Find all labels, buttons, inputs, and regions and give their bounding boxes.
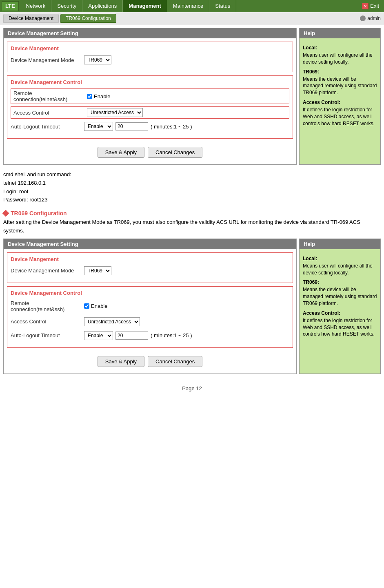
auto-logout-hint: ( minutes:1 ~ 25 ) xyxy=(151,124,192,130)
first-help-body: Local: Means user will configure all the… xyxy=(300,38,380,133)
device-management-mode-control: TR069 Local xyxy=(84,55,289,64)
auto-logout-input[interactable] xyxy=(115,122,148,130)
body-text-section: cmd shell and run command: telnet 192.16… xyxy=(3,168,381,207)
breadcrumb-admin: admin xyxy=(360,15,381,21)
nav-item-applications[interactable]: Applications xyxy=(82,0,123,12)
nav-item-network[interactable]: Network xyxy=(20,0,52,12)
body-line-1: cmd shell and run command: xyxy=(3,170,381,179)
help-tr069-text: Means the device will be managed remotel… xyxy=(303,76,377,96)
help-access-control-title: Access Control: xyxy=(303,99,377,105)
access-control-label: Access Control xyxy=(13,110,87,116)
first-help-panel: Help Local: Means user will configure al… xyxy=(299,28,381,165)
timeout-group: Enable Disable ( minutes:1 ~ 25 ) xyxy=(84,122,289,131)
page-number: Page 12 xyxy=(3,377,381,396)
second-access-control-control: Unrestricted Access LAN Only WAN Only xyxy=(84,317,289,326)
second-cancel-button[interactable]: Cancel Changes xyxy=(148,356,202,367)
nav-item-status[interactable]: Status xyxy=(209,0,236,12)
body-line-3: Login: root xyxy=(3,188,381,196)
second-remote-connection-control: Enable xyxy=(84,303,289,309)
first-help-header: Help xyxy=(300,28,380,38)
breadcrumb-tab-tr069[interactable]: TR069 Configuration xyxy=(60,14,116,23)
second-access-control-row: Access Control Unrestricted Access LAN O… xyxy=(11,316,289,327)
second-auto-logout-row: Auto-Logout Timeout Enable Disable ( min… xyxy=(11,330,289,341)
second-auto-logout-enable-select[interactable]: Enable Disable xyxy=(84,331,113,340)
second-panel-body: Device Mangement Device Management Mode … xyxy=(4,249,296,374)
control-heading: Device Management Control xyxy=(11,79,289,85)
nav-item-maintenance[interactable]: Maintenance xyxy=(167,0,209,12)
enable-label-text: Enable xyxy=(94,93,110,99)
second-auto-logout-label: Auto-Logout Timeout xyxy=(11,332,84,338)
first-setting-panel: Device Management Setting Device Mangeme… xyxy=(3,28,297,165)
second-help-header: Help xyxy=(300,239,380,249)
control-section: Device Management Control Remote connect… xyxy=(7,75,293,139)
second-access-control-label: Access Control xyxy=(11,318,84,325)
exit-button[interactable]: ✕ Exit xyxy=(357,3,384,9)
help-local-title: Local: xyxy=(303,45,377,51)
enable-checkbox[interactable] xyxy=(87,94,92,99)
top-navigation: LTE Network Security Applications Manage… xyxy=(0,0,384,12)
second-help-tr069-text: Means the device will be managed remotel… xyxy=(303,286,377,307)
body-line-2: telnet 192.168.0.1 xyxy=(3,179,381,188)
second-enable-label-text: Enable xyxy=(91,303,107,309)
second-control-heading: Device Management Control xyxy=(11,290,289,296)
second-device-management-mode-row: Device Management Mode TR069 Local xyxy=(11,265,289,276)
device-management-section: Device Mangement Device Management Mode … xyxy=(7,42,293,72)
main-content: Device Management Setting Device Mangeme… xyxy=(0,24,384,399)
admin-icon xyxy=(360,15,366,21)
second-timeout-group: Enable Disable ( minutes:1 ~ 25 ) xyxy=(84,331,289,340)
second-help-body: Local: Means user will configure all the… xyxy=(300,249,380,343)
second-setting-panel: Device Management Setting Device Mangeme… xyxy=(3,239,297,374)
help-local-text: Means user will configure all the device… xyxy=(303,52,377,66)
help-tr069-title: TR069: xyxy=(303,69,377,75)
nav-item-security[interactable]: Security xyxy=(51,0,82,12)
tr069-heading: TR069 Configuration xyxy=(3,210,381,217)
second-auto-logout-control: Enable Disable ( minutes:1 ~ 25 ) xyxy=(84,331,289,340)
breadcrumb-bar: Device Management TR069 Configuration ad… xyxy=(0,12,384,24)
second-enable-checkbox-label[interactable]: Enable xyxy=(84,303,289,309)
device-management-mode-label: Device Management Mode xyxy=(11,57,84,63)
remote-connection-control: Enable xyxy=(87,93,286,99)
nav-item-management[interactable]: Management xyxy=(123,0,167,12)
second-panel-row: Device Management Setting Device Mangeme… xyxy=(3,239,381,374)
diamond-icon xyxy=(2,210,9,217)
auto-logout-row: Auto-Logout Timeout Enable Disable ( min… xyxy=(11,121,289,132)
access-control-select[interactable]: Unrestricted Access LAN Only WAN Only xyxy=(87,108,143,117)
help-access-control-text: It defines the login restriction for Web… xyxy=(303,106,377,127)
second-device-management-mode-select[interactable]: TR069 Local xyxy=(84,266,111,275)
second-help-local-title: Local: xyxy=(303,256,377,261)
second-device-management-section: Device Mangement Device Management Mode … xyxy=(7,252,293,283)
first-cancel-button[interactable]: Cancel Changes xyxy=(148,147,202,158)
enable-checkbox-label[interactable]: Enable xyxy=(87,93,286,99)
auto-logout-enable-select[interactable]: Enable Disable xyxy=(84,122,113,131)
auto-logout-label: Auto-Logout Timeout xyxy=(11,124,84,130)
second-auto-logout-hint: ( minutes:1 ~ 25 ) xyxy=(151,332,192,338)
remote-connection-row: Remote connection(telnet&ssh) Enable xyxy=(11,88,289,104)
access-control-control: Unrestricted Access LAN Only WAN Only xyxy=(87,108,286,117)
first-panel-body: Device Mangement Device Management Mode … xyxy=(4,38,296,164)
first-panel-row: Device Management Setting Device Mangeme… xyxy=(3,28,381,165)
device-management-heading: Device Mangement xyxy=(11,45,289,51)
device-management-mode-select[interactable]: TR069 Local xyxy=(84,55,111,64)
second-help-tr069-title: TR069: xyxy=(303,279,377,285)
nav-item-lte[interactable]: LTE xyxy=(2,1,19,11)
tr069-heading-text: TR069 Configuration xyxy=(11,210,67,217)
second-remote-connection-label: Remote connection(telnet&ssh) xyxy=(11,300,84,312)
second-help-local-text: Means user will configure all the device… xyxy=(303,263,377,276)
second-access-control-select[interactable]: Unrestricted Access LAN Only WAN Only xyxy=(84,317,140,326)
body-line-4: Password: root123 xyxy=(3,196,381,204)
second-save-apply-button[interactable]: Save & Apply xyxy=(98,356,144,367)
second-auto-logout-input[interactable] xyxy=(115,332,148,340)
second-device-management-mode-control: TR069 Local xyxy=(84,266,289,275)
access-control-row: Access Control Unrestricted Access LAN O… xyxy=(11,106,289,119)
second-panel-buttons: Save & Apply Cancel Changes xyxy=(7,353,293,370)
second-control-section: Device Management Control Remote connect… xyxy=(7,286,293,348)
breadcrumb-tab-device-management[interactable]: Device Management xyxy=(3,14,59,23)
second-help-panel: Help Local: Means user will configure al… xyxy=(299,239,381,374)
second-remote-connection-row: Remote connection(telnet&ssh) Enable xyxy=(11,299,289,313)
auto-logout-control: Enable Disable ( minutes:1 ~ 25 ) xyxy=(84,122,289,131)
second-help-access-control-text: It defines the login restriction for Web… xyxy=(303,317,377,338)
second-enable-checkbox[interactable] xyxy=(84,303,89,309)
first-panel-buttons: Save & Apply Cancel Changes xyxy=(7,144,293,161)
first-save-apply-button[interactable]: Save & Apply xyxy=(98,147,144,158)
second-help-access-control-title: Access Control: xyxy=(303,310,377,316)
